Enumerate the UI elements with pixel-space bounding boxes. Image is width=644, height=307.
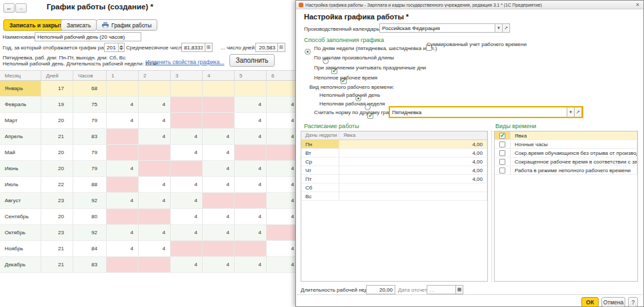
attendance-hours-cell[interactable] [339, 184, 487, 192]
month-row[interactable]: Декабрь21834444 [0, 257, 296, 273]
weekday-cell[interactable]: Вс [301, 192, 339, 201]
start-date-input[interactable] [427, 285, 456, 294]
month-cell[interactable]: Сентябрь [0, 209, 41, 225]
time-kind-checkbox-cell[interactable] [495, 140, 511, 149]
days-count-cell[interactable]: 23 [41, 193, 73, 209]
month-row[interactable]: Июнь20794444 [0, 161, 296, 177]
day-hours-cell[interactable]: 4 [203, 257, 235, 273]
day-hours-cell[interactable]: 4 [139, 241, 171, 257]
day-hours-cell[interactable]: 4 [139, 177, 171, 193]
weekday-row[interactable]: Сб [301, 184, 487, 192]
year-spinner[interactable] [104, 43, 125, 52]
day-hours-cell[interactable]: 4 [235, 161, 267, 177]
month-row[interactable]: Ноябрь2184444 [0, 241, 296, 257]
day-hours-cell[interactable]: 4 [235, 209, 267, 225]
month-cell[interactable]: Ноябрь [0, 241, 41, 257]
day-hours-cell[interactable]: 4 [203, 209, 235, 225]
day-hours-cell[interactable] [235, 241, 267, 257]
weekday-cell[interactable]: Сб [301, 184, 339, 192]
weekday-row[interactable]: Вс [301, 192, 487, 201]
day-hours-cell[interactable]: 4 [203, 161, 235, 177]
month-cell[interactable]: Январь [0, 81, 41, 97]
days-count-cell[interactable]: 22 [41, 177, 73, 193]
days-count-cell[interactable]: 20 [41, 113, 73, 129]
calculator-icon[interactable]: ⊞ [277, 43, 285, 52]
day-hours-cell[interactable]: 4 [267, 193, 296, 209]
day-hours-cell[interactable]: 4 [107, 97, 139, 113]
day-hours-cell[interactable]: 4 [107, 161, 139, 177]
ok-button[interactable]: ОК [581, 297, 599, 307]
day-hours-cell[interactable]: 4 [267, 97, 296, 113]
checkbox-summary-accounting-label[interactable]: Суммированный учет рабочего времени [427, 41, 527, 47]
day-hours-cell[interactable]: 4 [235, 257, 267, 273]
days-count-cell[interactable]: 23 [41, 225, 73, 241]
days-count-cell[interactable]: 20 [41, 161, 73, 177]
days-count-cell[interactable]: 21 [41, 129, 73, 145]
day-hours-cell[interactable]: 4 [267, 209, 296, 225]
day-hours-cell[interactable] [203, 81, 235, 97]
month-row[interactable]: Март20794444 [0, 113, 296, 129]
day-hours-cell[interactable] [171, 241, 203, 257]
calculator-icon[interactable]: ⊞ [205, 43, 213, 52]
norm-schedule-input[interactable] [390, 107, 567, 117]
day-hours-cell[interactable] [235, 81, 267, 97]
weekday-row[interactable]: Ср4,00 [301, 158, 487, 166]
day-hours-cell[interactable] [107, 81, 139, 97]
day-hours-cell[interactable]: 4 [203, 129, 235, 145]
hours-count-cell[interactable]: 88 [73, 177, 107, 193]
day-hours-cell[interactable]: 4 [267, 129, 296, 145]
weekday-cell[interactable]: Чт [301, 166, 339, 175]
hours-count-cell[interactable]: 75 [73, 97, 107, 113]
save-button[interactable]: Записать [61, 19, 97, 31]
day-hours-cell[interactable]: 4 [171, 225, 203, 241]
month-row[interactable]: Август23924444 [0, 193, 296, 209]
attendance-hours-cell[interactable] [339, 192, 487, 201]
day-hours-cell[interactable]: 4 [139, 193, 171, 209]
day-hours-cell[interactable]: 4 [171, 257, 203, 273]
month-row[interactable]: Июль228844444 [0, 177, 296, 193]
day-hours-cell[interactable]: 4 [235, 129, 267, 145]
avg-hours-field[interactable]: ⊞ [181, 43, 213, 52]
attendance-hours-cell[interactable]: 4,00 [339, 175, 487, 184]
open-icon[interactable]: ↗ [502, 23, 510, 33]
day-hours-cell[interactable] [203, 113, 235, 129]
day-hours-cell[interactable] [203, 193, 235, 209]
hours-count-cell[interactable]: 92 [73, 193, 107, 209]
hours-count-cell[interactable]: 79 [73, 145, 107, 161]
checkbox-part-time-label[interactable]: Неполное рабочее время [314, 75, 377, 81]
day-hours-cell[interactable] [107, 129, 139, 145]
radio-by-weekdays[interactable] [305, 49, 311, 55]
hours-count-cell[interactable]: 80 [73, 209, 107, 225]
day-hours-cell[interactable]: 4 [267, 241, 296, 257]
attendance-hours-cell[interactable]: 4,00 [339, 166, 487, 175]
day-hours-cell[interactable]: 4 [171, 193, 203, 209]
avg-hours-input[interactable] [181, 43, 205, 52]
close-icon[interactable]: × [635, 2, 641, 8]
hours-count-cell[interactable]: 68 [73, 81, 107, 97]
month-cell[interactable]: Август [0, 193, 41, 209]
day-hours-cell[interactable]: 4 [203, 177, 235, 193]
avg-days-input[interactable] [255, 43, 278, 52]
fill-button[interactable]: Заполнить [229, 54, 275, 67]
day-hours-cell[interactable] [139, 145, 171, 161]
time-kind-checkbox[interactable] [499, 141, 505, 147]
day-hours-cell[interactable]: 4 [171, 209, 203, 225]
day-hours-cell[interactable]: 4 [171, 129, 203, 145]
attendance-hours-cell[interactable]: 4,00 [339, 158, 487, 166]
name-input[interactable] [35, 32, 141, 41]
day-hours-cell[interactable]: 4 [171, 145, 203, 161]
day-hours-cell[interactable]: 4 [235, 97, 267, 113]
hours-count-cell[interactable]: 83 [73, 129, 107, 145]
attendance-hours-cell[interactable]: 4,00 [339, 140, 487, 149]
weekday-cell[interactable]: Пт [301, 175, 339, 184]
month-row[interactable]: Январь1768 [0, 81, 296, 97]
day-hours-cell[interactable] [235, 193, 267, 209]
time-kind-checkbox[interactable] [499, 168, 505, 174]
day-hours-cell[interactable]: 4 [139, 225, 171, 241]
back-button[interactable]: ← [3, 3, 15, 13]
day-hours-cell[interactable] [171, 161, 203, 177]
norm-schedule-field[interactable]: ▾ ↗ [389, 106, 583, 118]
weekday-cell[interactable]: Ср [301, 158, 339, 166]
days-count-cell[interactable]: 17 [41, 81, 73, 97]
day-hours-cell[interactable] [267, 225, 296, 241]
